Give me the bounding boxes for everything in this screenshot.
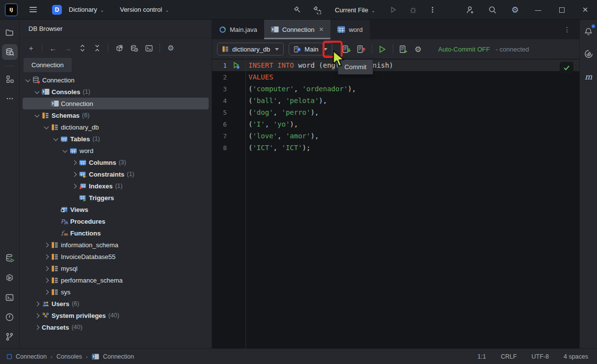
more-tools-icon[interactable] [2, 91, 18, 106]
caret-position-widget[interactable]: 1:1 [478, 353, 486, 360]
maximize-icon[interactable] [555, 3, 569, 17]
ai-assistant-icon[interactable] [581, 46, 597, 62]
breadcrumb-console-connection[interactable]: Connection [103, 353, 134, 360]
chevron-right-icon[interactable] [33, 299, 42, 308]
tree-item-tables[interactable]: Tables(1) [23, 133, 209, 145]
chevron-right-icon[interactable] [42, 252, 51, 261]
db-execution-console-icon[interactable] [2, 250, 18, 266]
chevron-down-icon[interactable] [42, 123, 51, 131]
panel-settings-icon[interactable]: ⚙ [164, 42, 177, 54]
chevron-right-icon[interactable] [42, 276, 51, 285]
tree-item-information-schema[interactable]: information_schema [23, 239, 209, 251]
tree-item-indexes[interactable]: Indexes(1) [23, 180, 209, 192]
intellij-logo-icon[interactable]: IJ [6, 4, 17, 15]
tree-item-columns[interactable]: Columns(3) [23, 156, 209, 168]
console-settings-icon[interactable]: ⚙ [411, 42, 426, 56]
execute-script-button[interactable] [396, 42, 411, 56]
tree-item-users[interactable]: Users(6) [23, 298, 209, 310]
inspections-widget[interactable] [560, 62, 573, 74]
problems-icon[interactable] [2, 309, 18, 325]
more-actions-icon[interactable] [426, 3, 439, 16]
breadcrumb-connection[interactable]: Connection [16, 353, 47, 360]
session-browser-icon[interactable] [128, 42, 140, 54]
rollback-button[interactable] [354, 42, 369, 56]
navigate-back-icon[interactable]: ← [47, 42, 59, 54]
settings-icon[interactable]: ⚙ [509, 3, 521, 16]
breadcrumb-consoles[interactable]: Consoles [56, 353, 82, 360]
search-everywhere-icon[interactable] [486, 3, 499, 16]
tree-item-connection[interactable]: Connection [23, 98, 209, 109]
tree-item-invoicedatabase55[interactable]: InvoiceDatabase55 [23, 251, 209, 262]
chevron-down-icon[interactable] [52, 134, 60, 143]
version-control-menu[interactable]: Version control ⌄ [118, 4, 171, 15]
indent-widget[interactable]: 4 spaces [564, 353, 588, 360]
minimize-icon[interactable]: — [531, 3, 545, 17]
services-icon[interactable] [2, 270, 18, 286]
tree-item-mysql[interactable]: mysql [23, 262, 209, 274]
tree-item-schemas[interactable]: Schemas(6) [23, 109, 209, 121]
run-configuration-selector[interactable]: Current File ⌄ [333, 4, 377, 16]
chevron-right-icon[interactable] [70, 182, 79, 190]
run-icon[interactable] [387, 3, 400, 16]
project-selector[interactable]: Dictionary ⌄ [67, 4, 106, 15]
tree-item-word[interactable]: word [23, 145, 209, 156]
navigate-forward-icon[interactable]: → [61, 42, 74, 54]
rebuild-icon[interactable] [310, 3, 323, 16]
db-browser-icon[interactable] [2, 44, 18, 60]
chevron-right-icon[interactable] [42, 264, 51, 273]
tree-item-sys[interactable]: sys [23, 286, 209, 298]
tree-item-views[interactable]: Views [23, 204, 209, 215]
collapse-all-icon[interactable] [91, 42, 104, 54]
open-sql-console-icon[interactable] [142, 42, 155, 54]
chevron-down-icon[interactable] [33, 87, 42, 96]
tree-item-performance-schema[interactable]: performance_schema [23, 274, 209, 286]
chevron-right-icon[interactable] [42, 240, 51, 249]
add-connection-icon[interactable]: ＋ [25, 42, 37, 54]
m-tool-window-icon[interactable]: m [581, 69, 597, 84]
tree-item-triggers[interactable]: Triggers [23, 192, 209, 204]
connection-filter-tab[interactable]: Connection [24, 58, 72, 72]
chevron-right-icon[interactable] [33, 323, 42, 332]
object-lookup-icon[interactable] [113, 42, 126, 54]
build-icon[interactable] [291, 3, 303, 16]
tree-item-constraints[interactable]: Constraints(1) [23, 168, 209, 180]
commit-button[interactable] [339, 42, 354, 56]
terminal-icon[interactable] [2, 289, 18, 305]
code-with-me-icon[interactable] [463, 3, 476, 16]
tree-item-consoles[interactable]: Consoles(1) [23, 86, 209, 98]
tab-word[interactable]: word [330, 20, 369, 39]
project-folder-icon[interactable] [2, 25, 18, 40]
schema-selector[interactable]: dictionary_db [217, 43, 284, 55]
tree-item-dictionary-db[interactable]: dictionary_db [23, 121, 209, 133]
chevron-right-icon[interactable] [42, 287, 51, 296]
debug-icon[interactable] [407, 3, 419, 16]
version-control-icon[interactable] [2, 329, 18, 344]
structure-icon[interactable] [2, 71, 18, 87]
tab-main-java[interactable]: Main.java [212, 20, 264, 39]
expand-all-icon[interactable] [76, 42, 89, 54]
session-selector[interactable]: Main [289, 43, 332, 55]
chevron-right-icon[interactable] [70, 170, 79, 179]
line-separator-widget[interactable]: CRLF [501, 353, 517, 360]
tree-item-system-privileges[interactable]: System privileges(40) [23, 310, 209, 321]
run-statement-gutter-icon[interactable]: i [227, 61, 245, 69]
close-window-icon[interactable]: ✕ [578, 3, 592, 17]
tree-item-connection[interactable]: Connection [23, 74, 209, 86]
tab-connection[interactable]: Connection ✕ [264, 20, 331, 39]
chevron-right-icon[interactable] [70, 158, 79, 167]
notifications-icon[interactable] [581, 24, 597, 39]
chevron-down-icon[interactable] [61, 146, 70, 155]
code-editor[interactable]: 1iINSERT INTO word (english, spanish)2VA… [212, 59, 579, 348]
tab-list-icon[interactable]: ⋮ [564, 20, 570, 39]
chevron-down-icon[interactable] [24, 76, 32, 84]
schema-icon [51, 124, 61, 131]
main-menu-icon[interactable] [26, 2, 40, 17]
tree-item-procedures[interactable]: PPProcedures [23, 215, 209, 227]
chevron-down-icon[interactable] [33, 111, 42, 120]
chevron-right-icon[interactable] [33, 311, 42, 320]
tree-item-charsets[interactable]: Charsets(40) [23, 321, 209, 333]
tree-item-functions[interactable]: fFunctions [23, 227, 209, 239]
execute-statement-button[interactable] [375, 42, 390, 56]
encoding-widget[interactable]: UTF-8 [532, 353, 549, 360]
close-tab-icon[interactable]: ✕ [319, 26, 324, 33]
